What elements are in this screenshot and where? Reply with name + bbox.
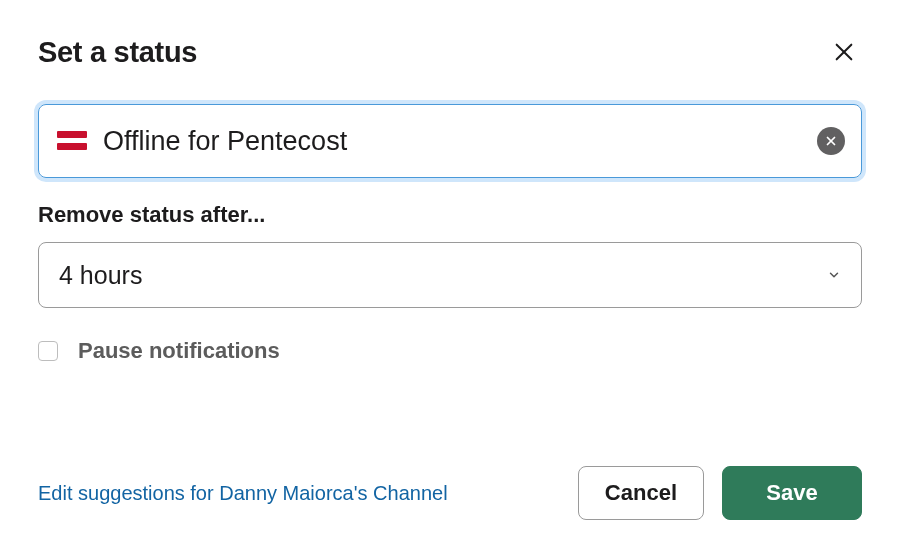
footer-button-group: Cancel Save — [578, 466, 862, 520]
cancel-button[interactable]: Cancel — [578, 466, 704, 520]
dialog-header: Set a status — [38, 34, 862, 70]
close-icon — [833, 41, 855, 63]
edit-suggestions-link[interactable]: Edit suggestions for Danny Maiorca's Cha… — [38, 482, 448, 505]
pause-notifications-checkbox[interactable] — [38, 341, 58, 361]
chevron-down-icon — [827, 268, 841, 282]
duration-selected-value: 4 hours — [59, 261, 142, 290]
pause-notifications-label: Pause notifications — [78, 338, 280, 364]
duration-label: Remove status after... — [38, 202, 862, 228]
status-input-container — [38, 104, 862, 178]
dialog-footer: Edit suggestions for Danny Maiorca's Cha… — [38, 466, 862, 520]
clear-status-button[interactable] — [817, 127, 845, 155]
pause-notifications-row: Pause notifications — [38, 338, 862, 364]
flag-denmark-icon — [57, 131, 87, 151]
clear-icon — [825, 135, 837, 147]
status-text-input[interactable] — [103, 105, 817, 177]
dialog-title: Set a status — [38, 36, 197, 69]
close-button[interactable] — [826, 34, 862, 70]
status-emoji-picker[interactable] — [55, 129, 89, 153]
duration-select[interactable]: 4 hours — [38, 242, 862, 308]
save-button[interactable]: Save — [722, 466, 862, 520]
